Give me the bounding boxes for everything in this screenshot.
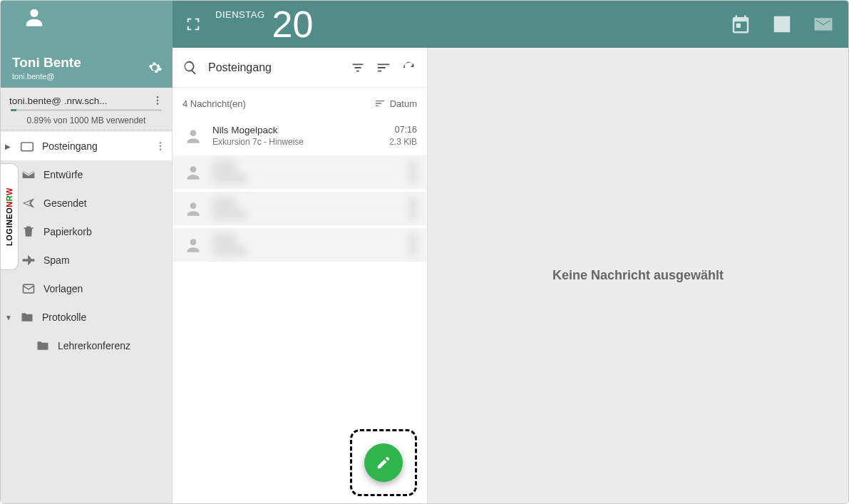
person-icon bbox=[182, 125, 204, 147]
folder-drafts[interactable]: Entwürfe bbox=[1, 160, 172, 189]
message-item-redacted[interactable]: xxxxxxxxxxxxxxxxx bbox=[173, 155, 427, 189]
svg-point-0 bbox=[30, 9, 38, 17]
message-count: 4 Nachricht(en) bbox=[182, 98, 246, 109]
folder-spam[interactable]: Spam bbox=[1, 246, 172, 274]
svg-point-5 bbox=[160, 142, 162, 144]
svg-point-7 bbox=[160, 148, 162, 150]
folder-label: Papierkorb bbox=[43, 226, 92, 237]
date-display[interactable]: DIENSTAG 20 bbox=[215, 6, 313, 43]
svg-point-3 bbox=[157, 103, 159, 105]
header-user-block bbox=[1, 1, 173, 48]
folder-trash[interactable]: Papierkorb bbox=[1, 217, 172, 246]
spam-icon bbox=[21, 252, 36, 268]
folder-label: Entwürfe bbox=[43, 169, 83, 180]
quota-bar bbox=[11, 109, 162, 111]
account-row[interactable]: toni.bente@ .nrw.sch... bbox=[1, 88, 172, 109]
sort-icon[interactable] bbox=[376, 60, 391, 76]
folder-sent[interactable]: Gesendet bbox=[1, 189, 172, 217]
folder-label: Spam bbox=[43, 254, 70, 266]
sort-control[interactable]: Datum bbox=[374, 98, 417, 109]
pencil-icon bbox=[376, 455, 391, 470]
folder-icon bbox=[19, 309, 35, 325]
list-toolbar: Posteingang bbox=[173, 48, 427, 88]
filter-icon[interactable] bbox=[350, 60, 366, 76]
svg-rect-4 bbox=[21, 143, 34, 151]
compose-button[interactable] bbox=[364, 443, 403, 482]
quota-text: 0.89% von 1000 MB verwendet bbox=[1, 115, 172, 130]
message-item-redacted[interactable]: xxxxxxxxxxxxxxxxx bbox=[173, 228, 427, 262]
svg-point-12 bbox=[190, 239, 197, 245]
svg-point-11 bbox=[190, 202, 197, 209]
more-vert-icon[interactable] bbox=[155, 140, 166, 152]
user-email: toni.bente@ bbox=[12, 72, 81, 81]
message-sender: Nils Mogelpack bbox=[212, 125, 278, 135]
sort-small-icon bbox=[374, 98, 386, 109]
person-icon bbox=[182, 162, 204, 183]
compose-highlight bbox=[350, 429, 417, 496]
detail-pane: Keine Nachricht ausgewählt bbox=[428, 48, 848, 503]
person-icon bbox=[182, 235, 204, 256]
fullscreen-icon[interactable] bbox=[185, 16, 201, 32]
svg-point-6 bbox=[160, 145, 162, 148]
brand-side-tab[interactable]: LOGINEONRW bbox=[0, 163, 19, 270]
app-header: DIENSTAG 20 bbox=[1, 1, 848, 48]
message-time: 07:16 bbox=[395, 125, 417, 135]
user-subheader: Toni Bente toni.bente@ bbox=[1, 48, 173, 88]
inbox-icon bbox=[19, 138, 35, 154]
account-email: toni.bente@ .nrw.sch... bbox=[9, 96, 152, 106]
folder-inbox[interactable]: ▶ Posteingang bbox=[1, 132, 172, 160]
message-size: 2.3 KiB bbox=[389, 137, 417, 147]
header-center: DIENSTAG 20 bbox=[173, 6, 313, 43]
folder-icon bbox=[35, 338, 51, 354]
calendar-icon[interactable] bbox=[730, 14, 751, 35]
svg-point-1 bbox=[157, 96, 159, 98]
folder-label: Protokolle bbox=[42, 312, 86, 323]
list-subbar: 4 Nachricht(en) Datum bbox=[173, 88, 427, 119]
chevron-right-icon: ▶ bbox=[5, 143, 12, 150]
avatar-icon bbox=[22, 5, 46, 29]
weekday-label: DIENSTAG bbox=[215, 9, 265, 20]
more-vert-icon[interactable] bbox=[152, 95, 163, 106]
folder-lehrerkonferenz[interactable]: Lehrerkonferenz bbox=[1, 331, 172, 360]
trash-icon bbox=[21, 224, 36, 240]
refresh-icon[interactable] bbox=[401, 60, 417, 76]
folder-list: ▶ Posteingang Entwürfe Gesendet Papierko… bbox=[1, 132, 172, 360]
sort-label: Datum bbox=[390, 98, 417, 109]
settings-gear-icon[interactable] bbox=[147, 60, 163, 76]
folder-label: Vorlagen bbox=[43, 283, 83, 294]
message-item[interactable]: Nils Mogelpack 07:16 Exkursion 7c - Hinw… bbox=[173, 119, 427, 153]
chevron-down-icon: ▼ bbox=[5, 314, 12, 322]
mail-icon[interactable] bbox=[813, 14, 834, 35]
sidebar: toni.bente@ .nrw.sch... 0.89% von 1000 M… bbox=[1, 88, 173, 503]
templates-icon bbox=[21, 281, 36, 297]
svg-point-9 bbox=[190, 130, 197, 136]
message-subject: Exkursion 7c - Hinweise bbox=[212, 137, 304, 147]
day-number: 20 bbox=[272, 6, 314, 43]
drafts-icon bbox=[21, 167, 36, 182]
person-icon bbox=[182, 198, 204, 220]
svg-point-10 bbox=[190, 166, 197, 173]
search-icon[interactable] bbox=[182, 60, 198, 76]
folder-templates[interactable]: Vorlagen bbox=[1, 274, 172, 303]
folder-label: Lehrerkonferenz bbox=[58, 340, 130, 351]
sent-icon bbox=[21, 195, 36, 211]
empty-placeholder: Keine Nachricht ausgewählt bbox=[552, 268, 724, 283]
message-item-redacted[interactable]: xxxxxxxxxxxxxxxxx bbox=[173, 192, 427, 225]
folder-label: Posteingang bbox=[42, 140, 98, 152]
user-name: Toni Bente bbox=[12, 55, 81, 71]
folder-protokolle[interactable]: ▼ Protokolle bbox=[1, 303, 172, 331]
contacts-icon[interactable] bbox=[771, 14, 793, 35]
list-title: Posteingang bbox=[208, 61, 340, 74]
svg-point-2 bbox=[157, 100, 159, 102]
folder-label: Gesendet bbox=[43, 197, 87, 209]
header-actions bbox=[730, 1, 834, 48]
